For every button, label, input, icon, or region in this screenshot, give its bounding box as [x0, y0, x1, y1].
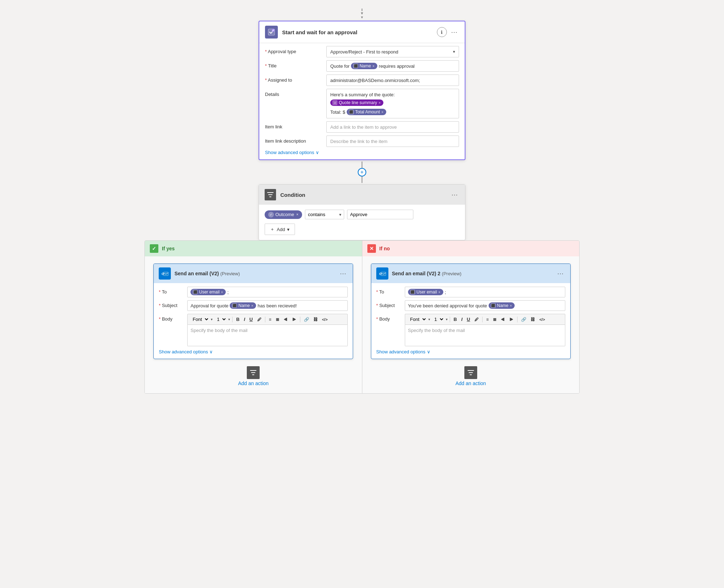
email2-subject-close[interactable]: × [510, 304, 512, 308]
email1-body-area[interactable]: Specify the body of the mail [187, 325, 348, 346]
item-link-label: Item link [265, 121, 322, 129]
email2-body-label: Body [376, 314, 401, 322]
email2-underline-btn[interactable]: U [465, 316, 471, 323]
email2-card: O Send an email (V2) 2 (Preview) ··· [371, 264, 571, 359]
email2-body-area[interactable]: Specify the body of the mail [405, 325, 565, 346]
email1-more-btn[interactable]: ··· [338, 270, 348, 277]
email1-align-left-btn[interactable]: ⫷ [282, 316, 289, 323]
email2-subject-input[interactable]: You've been denied approval for quote ⬛ … [405, 300, 565, 311]
plus-connector-1[interactable]: + [358, 162, 366, 183]
email1-subject-input[interactable]: Approval for quote ⬛ Name × has been rec… [187, 300, 348, 311]
email2-italic-btn[interactable]: I [460, 316, 464, 323]
email1-title: Send an email (V2) (Preview) [174, 271, 335, 276]
operator-select[interactable]: contains [305, 210, 344, 219]
quote-line-close[interactable]: × [378, 101, 381, 105]
assigned-input[interactable]: administrator@BASDemo.onmicrosoft.com; [326, 75, 459, 86]
email1-show-advanced-btn[interactable]: Show advanced options ∨ [159, 349, 348, 354]
item-link-desc-label: Item link description [265, 136, 322, 144]
email2-ol-btn[interactable]: ≣ [491, 316, 498, 323]
title-input[interactable]: Quote for ⬛ Name × requires approval [326, 60, 459, 72]
email2-align-right-btn[interactable]: ⫸ [508, 316, 515, 323]
show-advanced-btn[interactable]: Show advanced options ∨ [265, 150, 459, 155]
email2-font-select[interactable]: Font [407, 316, 427, 323]
svg-rect-4 [269, 196, 271, 197]
split-container: ✓ If yes O [144, 240, 580, 394]
email1-to-close[interactable]: × [221, 290, 223, 294]
connector-line-top [362, 162, 362, 168]
add-condition-btn[interactable]: ＋ Add ▾ [265, 224, 295, 235]
email2-align-left-btn[interactable]: ⫷ [499, 316, 506, 323]
add-action-label-1: Add an action [238, 380, 269, 386]
approval-type-input[interactable]: Approve/Reject - First to respond ▾ [326, 46, 459, 57]
approval-body: Approval type Approve/Reject - First to … [259, 43, 465, 159]
email1-add-action-btn[interactable]: Add an action [238, 366, 269, 386]
email1-unlink-btn[interactable]: ⛓ [312, 316, 319, 323]
email1-italic-btn[interactable]: I [243, 316, 247, 323]
email1-underline-btn[interactable]: U [248, 316, 254, 323]
email1-bold-btn[interactable]: B [235, 316, 241, 323]
email2-unlink-btn[interactable]: ⛓ [529, 316, 536, 323]
email2-color-btn[interactable]: 🖊 [473, 316, 480, 323]
outcome-close[interactable]: × [296, 213, 299, 216]
email2-show-advanced-label: Show advanced options [376, 349, 425, 354]
more-options-btn[interactable]: ··· [450, 29, 459, 36]
item-link-desc-input[interactable]: Describe the link to the item [326, 136, 459, 147]
name-token: ⬛ Name × [351, 63, 377, 69]
email1-to-input[interactable]: ⬛ User email × ; [187, 287, 348, 297]
email2-subject-prefix: You've been denied approval for quote [408, 303, 487, 308]
email2-bold-btn[interactable]: B [452, 316, 458, 323]
email2-to-input[interactable]: ⬛ User email × ; [405, 287, 565, 297]
email2-more-btn[interactable]: ··· [556, 270, 565, 277]
svg-rect-8 [250, 370, 256, 371]
svg-rect-2 [267, 192, 274, 193]
email2-to-close[interactable]: × [438, 290, 440, 294]
add-step-btn[interactable]: + [358, 168, 366, 177]
add-action-icon-1 [247, 366, 260, 379]
email2-to-suffix: ; [445, 290, 446, 295]
details-label: Details [265, 89, 322, 97]
email1-align-right-btn[interactable]: ⫸ [291, 316, 298, 323]
condition-header: Condition ··· [259, 185, 465, 205]
total-amount-close[interactable]: × [381, 110, 383, 114]
email2-link-btn[interactable]: 🔗 [520, 316, 528, 323]
condition-value-input[interactable] [347, 210, 413, 219]
sep1 [232, 317, 233, 322]
email1-color-btn[interactable]: 🖊 [256, 316, 263, 323]
email1-to-row: To ⬛ User email × ; [159, 287, 348, 297]
email1-link-btn[interactable]: 🔗 [302, 316, 311, 323]
check-icon: ✓ [150, 244, 158, 253]
item-link-input[interactable]: Add a link to the item to approve [326, 121, 459, 133]
email1-ol-btn[interactable]: ≣ [274, 316, 281, 323]
add-action-icon-2 [464, 366, 477, 379]
sep5 [482, 317, 483, 322]
email1-subject-row: Subject Approval for quote ⬛ Name × has … [159, 300, 348, 311]
email2-preview: (Preview) [442, 271, 462, 276]
show-advanced-label: Show advanced options [265, 150, 314, 155]
outcome-label: Outcome [275, 212, 294, 217]
email1-body: To ⬛ User email × ; [154, 283, 353, 359]
svg-rect-14 [468, 370, 474, 371]
email1-code-btn[interactable]: </> [321, 317, 329, 322]
email1-subject-token: ⬛ Name × [230, 302, 256, 309]
email2-add-action-btn[interactable]: Add an action [455, 366, 486, 386]
details-input[interactable]: Here's a summary of the quote: 𝑥 Quote l… [326, 89, 459, 118]
name-token-close[interactable]: × [372, 64, 374, 68]
email1-ul-btn[interactable]: ≡ [267, 316, 273, 323]
assigned-value: administrator@BASDemo.onmicrosoft.com; [330, 78, 420, 83]
email1-font-select[interactable]: Font [190, 316, 209, 323]
email2-icon: O [376, 267, 388, 280]
if-no-header: ✕ If no [362, 241, 580, 256]
email1-card: O Send an email (V2) (Preview) ··· [153, 264, 353, 359]
approval-type-row: Approval type Approve/Reject - First to … [265, 46, 459, 57]
email2-size-select[interactable]: 12 [432, 316, 444, 323]
email1-size-select[interactable]: 12 [214, 316, 227, 323]
item-link-desc-row: Item link description Describe the link … [265, 136, 459, 147]
email2-ul-btn[interactable]: ≡ [485, 316, 490, 323]
svg-rect-9 [251, 372, 255, 373]
info-icon[interactable]: ℹ [437, 27, 447, 37]
email2-code-btn[interactable]: </> [538, 317, 546, 322]
sep4 [450, 317, 450, 322]
email1-subject-close[interactable]: × [251, 304, 254, 308]
email2-show-advanced-btn[interactable]: Show advanced options ∨ [376, 349, 565, 354]
condition-more-btn[interactable]: ··· [450, 191, 459, 199]
